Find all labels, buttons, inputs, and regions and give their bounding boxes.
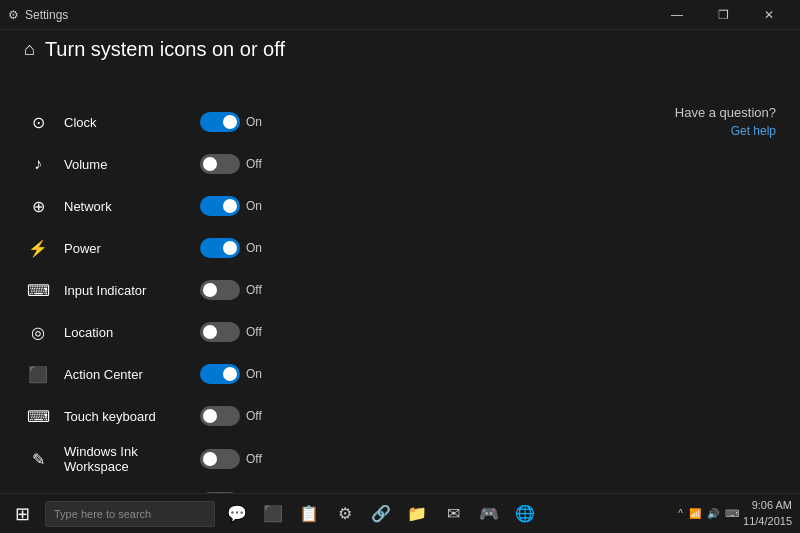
setting-name-power: Power: [64, 241, 184, 256]
toggle-knob-network: [223, 199, 237, 213]
main-content: ⊙ Clock On ♪ Volume Off ⊕ Network: [0, 81, 800, 533]
maximize-button[interactable]: ❐: [700, 0, 746, 30]
toggle-container-clock: On: [200, 112, 268, 132]
toggle-knob-windows-ink: [203, 452, 217, 466]
toggle-container-volume: Off: [200, 154, 268, 174]
toggle-touch-keyboard[interactable]: [200, 406, 240, 426]
taskbar-date-value: 11/4/2015: [743, 514, 792, 529]
toggle-label-clock: On: [246, 115, 268, 129]
toggle-label-input-indicator: Off: [246, 283, 268, 297]
toggle-knob-location: [203, 325, 217, 339]
setting-icon-input-indicator: ⌨: [24, 276, 52, 304]
setting-row-windows-ink: ✎ Windows Ink Workspace Off: [24, 437, 556, 481]
toggle-volume[interactable]: [200, 154, 240, 174]
setting-row-touch-keyboard: ⌨ Touch keyboard Off: [24, 395, 556, 437]
taskbar-icon-mail[interactable]: ✉: [437, 494, 469, 534]
toggle-label-touch-keyboard: Off: [246, 409, 268, 423]
taskbar-icon-explorer[interactable]: 📁: [401, 494, 433, 534]
title-bar-left: ⚙ Settings: [8, 8, 68, 22]
toggle-network[interactable]: [200, 196, 240, 216]
toggle-container-input-indicator: Off: [200, 280, 268, 300]
setting-icon-volume: ♪: [24, 150, 52, 178]
toggle-action-center[interactable]: [200, 364, 240, 384]
toggle-container-action-center: On: [200, 364, 268, 384]
search-placeholder: Type here to search: [54, 508, 151, 520]
toggle-clock[interactable]: [200, 112, 240, 132]
page-title: Turn system icons on or off: [45, 38, 285, 61]
toggle-container-network: On: [200, 196, 268, 216]
toggle-container-windows-ink: Off: [200, 449, 268, 469]
setting-icon-windows-ink: ✎: [24, 445, 52, 473]
taskbar-icon-xbox[interactable]: 🎮: [473, 494, 505, 534]
toggle-power[interactable]: [200, 238, 240, 258]
setting-row-input-indicator: ⌨ Input Indicator Off: [24, 269, 556, 311]
toggle-container-touch-keyboard: Off: [200, 406, 268, 426]
taskbar-sys-icons: ^ 📶 🔊 ⌨: [678, 508, 739, 519]
setting-row-network: ⊕ Network On: [24, 185, 556, 227]
toggle-label-action-center: On: [246, 367, 268, 381]
toggle-container-power: On: [200, 238, 268, 258]
toggle-knob-input-indicator: [203, 283, 217, 297]
setting-icon-action-center: ⬛: [24, 360, 52, 388]
setting-name-clock: Clock: [64, 115, 184, 130]
setting-name-action-center: Action Center: [64, 367, 184, 382]
toggle-container-location: Off: [200, 322, 268, 342]
setting-row-power: ⚡ Power On: [24, 227, 556, 269]
setting-row-volume: ♪ Volume Off: [24, 143, 556, 185]
close-button[interactable]: ✕: [746, 0, 792, 30]
taskbar-sys-arrow[interactable]: ^: [678, 508, 683, 519]
setting-icon-network: ⊕: [24, 192, 52, 220]
taskbar-right: ^ 📶 🔊 ⌨ 9:06 AM 11/4/2015: [678, 498, 800, 529]
setting-name-network: Network: [64, 199, 184, 214]
taskbar-clock[interactable]: 9:06 AM 11/4/2015: [743, 498, 792, 529]
title-bar-title: Settings: [25, 8, 68, 22]
toggle-knob-action-center: [223, 367, 237, 381]
help-panel: Have a question? Get help: [576, 101, 776, 524]
toggle-label-power: On: [246, 241, 268, 255]
start-button[interactable]: ⊞: [0, 494, 45, 534]
taskbar-icons: 💬 ⬛ 📋 ⚙ 🔗 📁 ✉ 🎮 🌐: [221, 494, 541, 534]
title-bar-controls: — ❐ ✕: [654, 0, 792, 30]
setting-icon-power: ⚡: [24, 234, 52, 262]
page-header: ⌂ Turn system icons on or off: [0, 30, 800, 61]
toggle-location[interactable]: [200, 322, 240, 342]
setting-name-windows-ink: Windows Ink Workspace: [64, 444, 184, 474]
toggle-knob-clock: [223, 115, 237, 129]
taskbar-icon-browser[interactable]: 🌐: [509, 494, 541, 534]
home-icon[interactable]: ⌂: [24, 39, 35, 60]
taskbar-keyboard-icon[interactable]: ⌨: [725, 508, 739, 519]
settings-gear-icon: ⚙: [8, 8, 19, 22]
taskbar: ⊞ Type here to search 💬 ⬛ 📋 ⚙ 🔗 📁 ✉ 🎮 🌐 …: [0, 493, 800, 533]
toggle-windows-ink[interactable]: [200, 449, 240, 469]
toggle-label-volume: Off: [246, 157, 268, 171]
setting-icon-touch-keyboard: ⌨: [24, 402, 52, 430]
search-box[interactable]: Type here to search: [45, 501, 215, 527]
toggle-knob-volume: [203, 157, 217, 171]
setting-icon-location: ◎: [24, 318, 52, 346]
setting-name-volume: Volume: [64, 157, 184, 172]
taskbar-icon-notifications[interactable]: 💬: [221, 494, 253, 534]
setting-row-clock: ⊙ Clock On: [24, 101, 556, 143]
taskbar-icon-store[interactable]: 📋: [293, 494, 325, 534]
setting-name-input-indicator: Input Indicator: [64, 283, 184, 298]
setting-row-action-center: ⬛ Action Center On: [24, 353, 556, 395]
settings-list: ⊙ Clock On ♪ Volume Off ⊕ Network: [24, 101, 556, 524]
setting-name-location: Location: [64, 325, 184, 340]
help-question: Have a question?: [576, 105, 776, 120]
taskbar-icon-settings[interactable]: ⚙: [329, 494, 361, 534]
setting-row-location: ◎ Location Off: [24, 311, 556, 353]
toggle-label-windows-ink: Off: [246, 452, 268, 466]
taskbar-network-icon[interactable]: 📶: [689, 508, 701, 519]
get-help-link[interactable]: Get help: [576, 124, 776, 138]
minimize-button[interactable]: —: [654, 0, 700, 30]
setting-icon-clock: ⊙: [24, 108, 52, 136]
toggle-label-location: Off: [246, 325, 268, 339]
taskbar-icon-edge[interactable]: 🔗: [365, 494, 397, 534]
toggle-label-network: On: [246, 199, 268, 213]
taskbar-icon-task-view[interactable]: ⬛: [257, 494, 289, 534]
toggle-knob-touch-keyboard: [203, 409, 217, 423]
toggle-knob-power: [223, 241, 237, 255]
setting-name-touch-keyboard: Touch keyboard: [64, 409, 184, 424]
taskbar-volume-icon[interactable]: 🔊: [707, 508, 719, 519]
toggle-input-indicator[interactable]: [200, 280, 240, 300]
